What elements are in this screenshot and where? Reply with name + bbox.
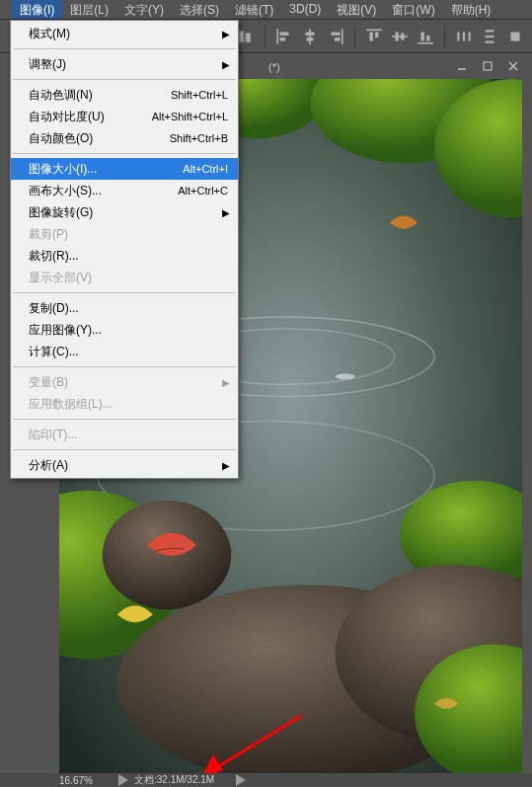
svg-rect-19 xyxy=(426,35,429,40)
menu-item-crop: 裁剪(P) xyxy=(11,223,238,245)
svg-rect-26 xyxy=(511,32,520,40)
distribute-h-icon[interactable] xyxy=(453,26,475,47)
menu-item-adjustments[interactable]: 调整(J)▶ xyxy=(11,53,238,75)
align-right-icon[interactable] xyxy=(325,26,346,47)
menubar-item-help[interactable]: 帮助(H) xyxy=(443,0,499,19)
svg-rect-6 xyxy=(306,32,315,35)
align-top-icon[interactable] xyxy=(363,26,385,47)
svg-rect-24 xyxy=(486,35,494,37)
menu-item-trim[interactable]: 裁切(R)... xyxy=(11,245,238,267)
image-menu-dropdown: 模式(M)▶ 调整(J)▶ 自动色调(N)Shift+Ctrl+L 自动对比度(… xyxy=(10,20,239,479)
svg-rect-3 xyxy=(280,32,289,35)
document-size-label: 文档:32.1M/32.1M xyxy=(130,773,214,787)
minimize-button[interactable] xyxy=(449,56,475,76)
svg-rect-22 xyxy=(469,32,471,40)
close-button[interactable] xyxy=(500,56,526,76)
menubar-item-3d[interactable]: 3D(D) xyxy=(281,0,329,19)
menubar-item-select[interactable]: 选择(S) xyxy=(172,0,227,19)
svg-rect-7 xyxy=(307,38,314,40)
menu-item-image-rotation[interactable]: 图像旋转(G)▶ xyxy=(11,201,238,223)
svg-rect-15 xyxy=(396,32,399,40)
menu-item-auto-contrast[interactable]: 自动对比度(U)Alt+Shift+Ctrl+L xyxy=(11,106,238,127)
menu-separator xyxy=(13,153,236,154)
menu-separator xyxy=(13,419,236,420)
svg-rect-4 xyxy=(280,38,286,40)
menu-item-trap: 陷印(T)... xyxy=(11,424,238,445)
svg-rect-12 xyxy=(370,32,373,40)
distribute-v-icon[interactable] xyxy=(479,26,500,47)
svg-rect-21 xyxy=(463,32,465,40)
menu-item-apply-dataset: 应用数据组(L)... xyxy=(11,393,238,415)
svg-rect-9 xyxy=(332,32,341,35)
svg-rect-16 xyxy=(401,33,404,39)
menu-separator xyxy=(13,449,236,450)
window-controls xyxy=(449,56,526,76)
submenu-arrow-icon: ▶ xyxy=(222,377,230,388)
menu-item-duplicate[interactable]: 复制(D)... xyxy=(11,297,238,319)
menu-separator xyxy=(13,366,236,367)
svg-rect-18 xyxy=(421,32,424,40)
menu-item-analysis[interactable]: 分析(A)▶ xyxy=(11,454,238,476)
svg-marker-53 xyxy=(236,774,246,786)
svg-rect-13 xyxy=(375,32,378,38)
submenu-arrow-icon: ▶ xyxy=(222,29,230,39)
submenu-arrow-icon: ▶ xyxy=(222,460,230,471)
menubar-item-type[interactable]: 文字(Y) xyxy=(116,0,172,19)
svg-marker-52 xyxy=(118,774,128,786)
menu-item-variables: 变量(B)▶ xyxy=(11,371,238,393)
status-divider-icon xyxy=(116,773,130,787)
menubar-item-view[interactable]: 视图(V) xyxy=(329,0,384,19)
distribute-icon[interactable] xyxy=(504,26,526,47)
submenu-arrow-icon: ▶ xyxy=(222,207,230,218)
menu-item-image-size[interactable]: 图像大小(I)...Alt+Ctrl+I xyxy=(11,158,238,180)
menubar-item-image[interactable]: 图像(I) xyxy=(12,0,62,19)
maximize-button[interactable] xyxy=(475,56,500,76)
svg-rect-1 xyxy=(246,33,251,41)
menu-item-calculations[interactable]: 计算(C)... xyxy=(11,341,238,362)
svg-point-46 xyxy=(336,373,355,379)
svg-rect-20 xyxy=(457,32,459,40)
menu-separator xyxy=(13,79,236,80)
svg-rect-0 xyxy=(239,31,244,41)
menu-separator xyxy=(13,292,236,293)
menu-item-canvas-size[interactable]: 画布大小(S)...Alt+Ctrl+C xyxy=(11,180,238,201)
document-tab[interactable]: (*) xyxy=(257,57,292,77)
menubar: 图像(I) 图层(L) 文字(Y) 选择(S) 滤镜(T) 3D(D) 视图(V… xyxy=(0,0,532,20)
submenu-arrow-icon: ▶ xyxy=(222,59,230,70)
status-divider-icon xyxy=(234,773,248,787)
menu-separator xyxy=(13,48,236,49)
svg-rect-23 xyxy=(486,30,494,32)
zoom-level[interactable]: 16.67% xyxy=(59,775,116,786)
align-left-icon[interactable] xyxy=(273,26,295,47)
svg-rect-28 xyxy=(484,62,492,70)
align-bottom-icon[interactable] xyxy=(415,26,436,47)
menu-item-apply-image[interactable]: 应用图像(Y)... xyxy=(11,319,238,341)
menubar-item-layer[interactable]: 图层(L) xyxy=(62,0,116,19)
menubar-item-filter[interactable]: 滤镜(T) xyxy=(227,0,281,19)
menu-item-reveal-all: 显示全部(V) xyxy=(11,267,238,288)
menu-item-auto-tone[interactable]: 自动色调(N)Shift+Ctrl+L xyxy=(11,84,238,106)
svg-rect-25 xyxy=(486,40,494,42)
align-hcenter-icon[interactable] xyxy=(299,26,321,47)
menu-item-mode[interactable]: 模式(M)▶ xyxy=(11,23,238,44)
menubar-item-window[interactable]: 窗口(W) xyxy=(384,0,442,19)
svg-rect-10 xyxy=(335,38,341,40)
align-vcenter-icon[interactable] xyxy=(389,26,411,47)
menu-item-auto-color[interactable]: 自动颜色(O)Shift+Ctrl+B xyxy=(11,127,238,149)
status-bar: 16.67% 文档:32.1M/32.1M xyxy=(0,773,532,787)
